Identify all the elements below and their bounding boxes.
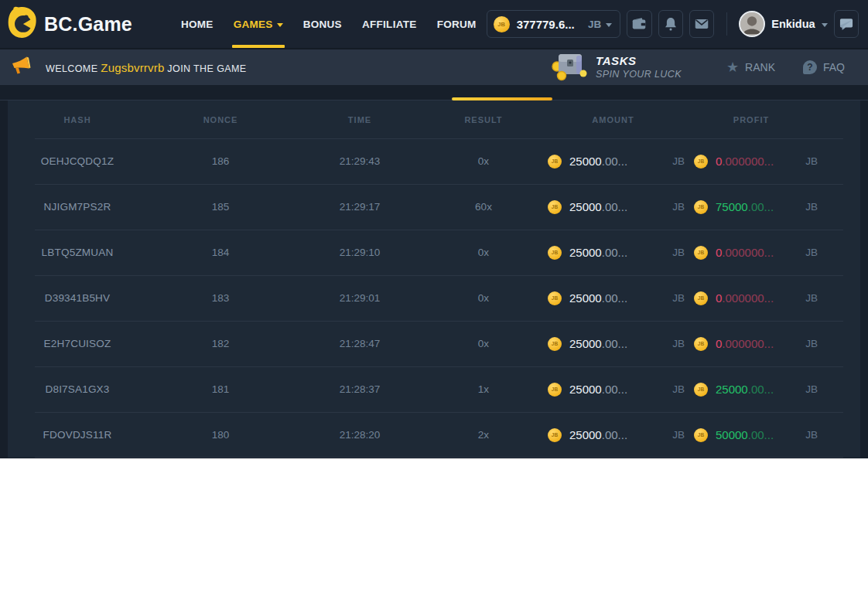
- amount-value: 25000: [569, 337, 602, 350]
- column-header-time: TIME: [294, 115, 425, 124]
- bet-time: 21:28:47: [294, 338, 425, 349]
- column-header-hash: HASH: [8, 115, 147, 124]
- bet-time: 21:28:37: [294, 383, 425, 395]
- bet-hash: FDOVDJS11R: [8, 429, 147, 441]
- question-mark-icon: ?: [803, 60, 817, 74]
- jb-coin-icon: JB: [548, 246, 562, 260]
- nav-item-games[interactable]: GAMES: [224, 0, 293, 48]
- bet-nonce: 183: [147, 292, 294, 304]
- treasure-chest-icon: [551, 49, 588, 85]
- table-row[interactable]: FDOVDJS11R 180 21:28:20 2x JB 25000.00..…: [8, 412, 860, 458]
- balance-selector[interactable]: JB 377779.6... JB: [487, 10, 621, 38]
- amount-value: 25000: [569, 200, 602, 213]
- bc-game-logo[interactable]: BC.Game: [8, 6, 132, 42]
- bet-history-table: HASH NONCE TIME RESULT AMOUNT PROFIT OEH…: [8, 100, 860, 458]
- table-header-row: HASH NONCE TIME RESULT AMOUNT PROFIT: [8, 100, 860, 138]
- wallet-button[interactable]: [627, 10, 651, 38]
- tasks-shortcut[interactable]: TASKS SPIN YOUR LUCK: [551, 49, 682, 85]
- avatar: [739, 11, 765, 37]
- faq-label: FAQ: [823, 61, 845, 73]
- jb-coin-icon: JB: [494, 16, 510, 32]
- amount-currency: JB: [672, 338, 685, 349]
- bet-result: 60x: [425, 201, 542, 213]
- nav-item-bonus[interactable]: BONUS: [293, 0, 352, 48]
- jb-coin-icon: JB: [694, 383, 708, 397]
- bet-profit-cell: JB 50000.00... JB: [685, 428, 860, 442]
- bc-game-page: BC.Game HOME GAMES BONUS AFFILIATE FORUM…: [0, 0, 868, 613]
- bet-profit-cell: JB 0.000000... JB: [685, 291, 860, 305]
- jb-coin-icon: JB: [694, 291, 708, 305]
- profit-currency: JB: [805, 247, 818, 258]
- table-row[interactable]: D8I7SA1GX3 181 21:28:37 1x JB 25000.00..…: [8, 366, 860, 412]
- chat-icon: [838, 15, 855, 32]
- amount-value: 25000: [569, 291, 602, 305]
- bet-result: 0x: [425, 338, 542, 349]
- messages-button[interactable]: [689, 10, 714, 38]
- amount-value: 25000: [569, 246, 602, 259]
- nav-item-forum[interactable]: FORUM: [427, 0, 487, 48]
- profit-currency: JB: [805, 383, 818, 395]
- profit-value: 50000: [716, 428, 748, 441]
- active-tab-indicator: [452, 97, 552, 100]
- amount-currency: JB: [672, 155, 685, 167]
- amount-value: 25000: [569, 155, 602, 168]
- bet-hash: LBTQ5ZMUAN: [8, 247, 147, 258]
- table-row[interactable]: E2H7CUISOZ 182 21:28:47 0x JB 25000.00..…: [8, 321, 860, 366]
- bet-amount-cell: JB 25000.00... JB: [542, 337, 685, 351]
- bet-result: 2x: [425, 429, 542, 441]
- amount-currency: JB: [672, 201, 685, 213]
- bet-amount-cell: JB 25000.00... JB: [542, 383, 685, 397]
- jb-coin-icon: JB: [548, 155, 562, 169]
- faq-link[interactable]: ? FAQ: [803, 60, 845, 74]
- top-navigation-bar: BC.Game HOME GAMES BONUS AFFILIATE FORUM…: [0, 0, 868, 48]
- star-icon: ★: [726, 60, 739, 74]
- bet-hash: NJIGM7PS2R: [8, 201, 147, 213]
- profit-currency: JB: [805, 338, 818, 349]
- profit-currency: JB: [805, 429, 818, 441]
- jb-coin-icon: JB: [694, 155, 708, 169]
- tasks-title: TASKS: [596, 54, 682, 69]
- bet-hash: D8I7SA1GX3: [8, 383, 147, 395]
- table-row[interactable]: OEHJCQDQ1Z 186 21:29:43 0x JB 25000.00..…: [8, 138, 860, 184]
- chevron-down-icon: [277, 23, 283, 27]
- jb-coin-icon: JB: [548, 337, 562, 351]
- jb-coin-icon: JB: [694, 428, 708, 442]
- jb-coin-icon: JB: [548, 383, 562, 397]
- amount-value: 25000: [569, 383, 602, 396]
- amount-value: 25000: [569, 428, 602, 441]
- table-row[interactable]: D39341B5HV 183 21:29:01 0x JB 25000.00..…: [8, 275, 860, 321]
- bet-hash: OEHJCQDQ1Z: [8, 155, 147, 167]
- profit-value: 75000: [716, 200, 748, 213]
- bet-result: 0x: [425, 247, 542, 258]
- chat-button[interactable]: [834, 10, 859, 38]
- table-body: OEHJCQDQ1Z 186 21:29:43 0x JB 25000.00..…: [8, 138, 860, 458]
- notifications-button[interactable]: [658, 10, 683, 38]
- column-header-nonce: NONCE: [147, 115, 294, 124]
- nav-item-home[interactable]: HOME: [171, 0, 224, 48]
- welcome-message: WELCOME Zugsbvrrvrb JOIN THE GAME: [46, 61, 247, 74]
- bet-time: 21:29:17: [294, 201, 425, 213]
- profit-currency: JB: [805, 155, 818, 167]
- jb-coin-icon: JB: [694, 337, 708, 351]
- rank-link[interactable]: ★ RANK: [726, 60, 775, 74]
- table-row[interactable]: NJIGM7PS2R 185 21:29:17 60x JB 25000.00.…: [8, 184, 860, 230]
- main-nav: HOME GAMES BONUS AFFILIATE FORUM: [171, 0, 487, 48]
- chevron-down-icon: [606, 23, 612, 27]
- main-content: HASH NONCE TIME RESULT AMOUNT PROFIT OEH…: [0, 85, 868, 458]
- wallet-icon: [630, 15, 648, 32]
- table-row[interactable]: LBTQ5ZMUAN 184 21:29:10 0x JB 25000.00..…: [8, 230, 860, 275]
- bet-time: 21:29:43: [294, 155, 425, 167]
- user-menu[interactable]: Enkidua: [739, 11, 827, 37]
- bet-nonce: 182: [147, 338, 294, 349]
- balance-currency: JB: [588, 19, 601, 30]
- nav-item-affiliate[interactable]: AFFILIATE: [352, 0, 427, 48]
- username-label: Enkidua: [771, 18, 815, 30]
- rank-label: RANK: [745, 61, 775, 73]
- bet-profit-cell: JB 0.000000... JB: [685, 246, 860, 260]
- amount-currency: JB: [672, 383, 685, 395]
- bet-time: 21:28:20: [294, 429, 425, 441]
- welcome-banner: WELCOME Zugsbvrrvrb JOIN THE GAME: [0, 48, 868, 85]
- bet-profit-cell: JB 0.000000... JB: [685, 155, 860, 169]
- tasks-subtitle: SPIN YOUR LUCK: [596, 69, 682, 81]
- megaphone-icon: [11, 56, 32, 79]
